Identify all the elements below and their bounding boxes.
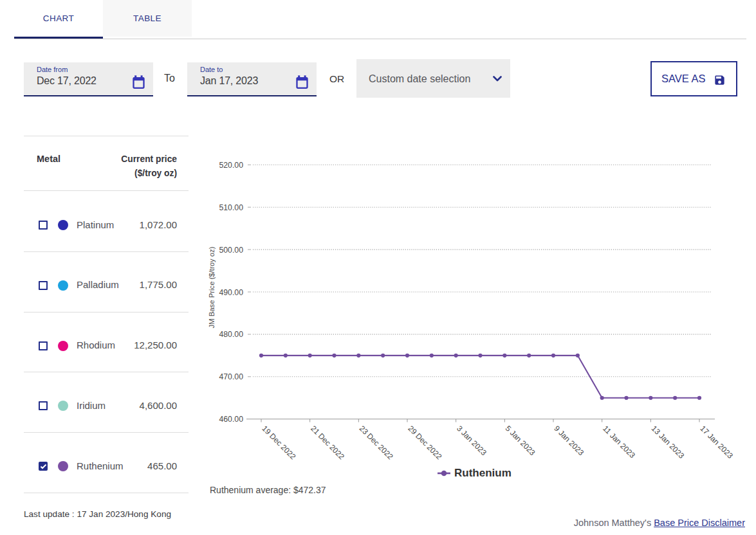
svg-text:520.00: 520.00	[219, 161, 243, 170]
svg-text:490.00: 490.00	[219, 288, 243, 297]
svg-text:3 Jan 2023: 3 Jan 2023	[455, 424, 488, 457]
svg-text:13 Jan 2023: 13 Jan 2023	[650, 424, 687, 460]
svg-text:5 Jan 2023: 5 Jan 2023	[504, 424, 537, 457]
svg-text:23 Dec 2022: 23 Dec 2022	[358, 424, 395, 461]
svg-text:JM Base Price ($/troy oz): JM Base Price ($/troy oz)	[208, 246, 216, 328]
svg-text:19 Dec 2022: 19 Dec 2022	[260, 424, 297, 461]
svg-text:480.00: 480.00	[219, 330, 243, 339]
svg-text:500.00: 500.00	[219, 246, 243, 255]
svg-text:11 Jan 2023: 11 Jan 2023	[601, 424, 637, 460]
svg-text:17 Jan 2023: 17 Jan 2023	[698, 424, 735, 460]
svg-text:21 Dec 2022: 21 Dec 2022	[309, 424, 346, 461]
svg-text:29 Dec 2022: 29 Dec 2022	[406, 424, 443, 461]
svg-text:9 Jan 2023: 9 Jan 2023	[552, 424, 585, 457]
svg-text:510.00: 510.00	[219, 203, 243, 212]
svg-text:460.00: 460.00	[219, 415, 243, 424]
svg-text:470.00: 470.00	[219, 372, 243, 381]
